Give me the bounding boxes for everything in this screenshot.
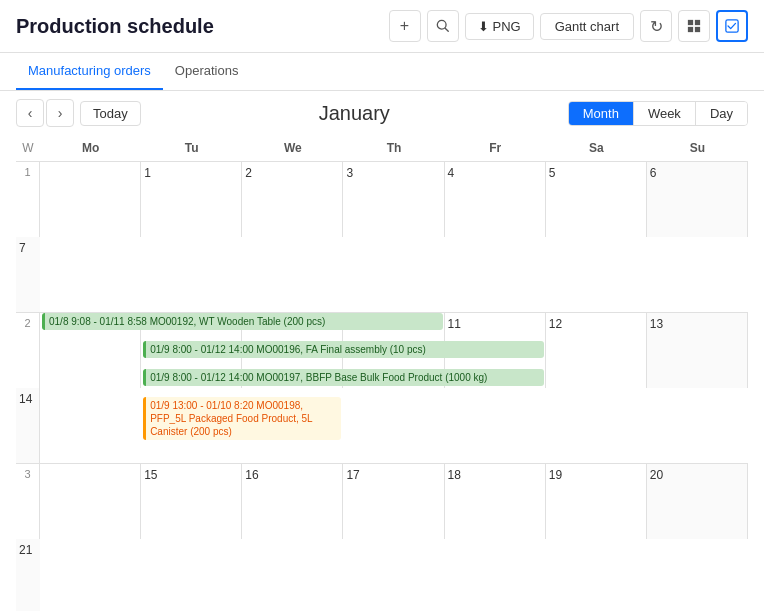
day-number: 14 bbox=[19, 392, 36, 406]
search-icon bbox=[436, 19, 450, 33]
next-button[interactable]: › bbox=[46, 99, 74, 127]
calendar-toolbar: ‹ › Today January Month Week Day bbox=[0, 91, 764, 135]
page-title: Production schedule bbox=[16, 15, 389, 38]
calendar-day-cell[interactable]: 3 bbox=[343, 162, 444, 237]
view-day-button[interactable]: Day bbox=[696, 102, 747, 125]
refresh-button[interactable]: ↻ bbox=[640, 10, 672, 42]
svg-rect-2 bbox=[688, 20, 693, 25]
calendar-grid: 11234567289101112131401/8 9:08 - 01/11 8… bbox=[16, 162, 748, 611]
day-number: 6 bbox=[650, 166, 744, 180]
calendar-day-cell[interactable]: 20 bbox=[647, 464, 748, 539]
tabs: Manufacturing orders Operations bbox=[0, 53, 764, 91]
calendar-month-title: January bbox=[141, 102, 568, 125]
day-number: 7 bbox=[19, 241, 37, 255]
calendar-day-cell[interactable]: 9 bbox=[242, 313, 343, 388]
calendar-day-cell[interactable]: 11 bbox=[445, 313, 546, 388]
header-fr: Fr bbox=[445, 135, 546, 161]
calendar-day-cell[interactable]: 7 bbox=[16, 237, 40, 312]
calendar-header: W Mo Tu We Th Fr Sa Su bbox=[16, 135, 748, 162]
check-icon bbox=[725, 19, 739, 33]
header-mo: Mo bbox=[40, 135, 141, 161]
header-actions: + ⬇ PNG Gantt chart ↻ bbox=[389, 10, 748, 42]
day-number: 18 bbox=[448, 468, 542, 482]
svg-rect-5 bbox=[695, 27, 700, 32]
table-icon bbox=[687, 19, 701, 33]
day-number: 16 bbox=[245, 468, 339, 482]
day-number: 11 bbox=[448, 317, 542, 331]
calendar-day-cell[interactable]: 14 bbox=[16, 388, 40, 463]
calendar-day-cell[interactable]: 6 bbox=[647, 162, 748, 237]
search-button[interactable] bbox=[427, 10, 459, 42]
export-png-button[interactable]: ⬇ PNG bbox=[465, 13, 534, 40]
png-icon: ⬇ bbox=[478, 19, 489, 34]
calendar-week-row: 289101112131401/8 9:08 - 01/11 8:58 MO00… bbox=[16, 313, 748, 464]
view-week-button[interactable]: Week bbox=[634, 102, 696, 125]
calendar-day-cell[interactable]: 1 bbox=[141, 162, 242, 237]
week-number: 2 bbox=[16, 313, 40, 388]
view-switcher: Month Week Day bbox=[568, 101, 748, 126]
day-number: 8 bbox=[144, 317, 238, 331]
day-number: 13 bbox=[650, 317, 744, 331]
header-sa: Sa bbox=[546, 135, 647, 161]
calendar-week-row: 315161718192021 bbox=[16, 464, 748, 611]
week-number: 1 bbox=[16, 162, 40, 237]
calendar-event[interactable]: 01/9 13:00 - 01/10 8:20 MO00198, PFP_5L … bbox=[143, 397, 341, 440]
svg-rect-4 bbox=[688, 27, 693, 32]
day-number: 3 bbox=[346, 166, 440, 180]
calendar-day-cell[interactable] bbox=[40, 464, 141, 539]
day-number: 2 bbox=[245, 166, 339, 180]
calendar-day-cell[interactable]: 17 bbox=[343, 464, 444, 539]
tab-manufacturing-orders[interactable]: Manufacturing orders bbox=[16, 53, 163, 90]
nav-buttons: ‹ › bbox=[16, 99, 74, 127]
calendar-day-cell[interactable]: 19 bbox=[546, 464, 647, 539]
day-number: 12 bbox=[549, 317, 643, 331]
calendar-day-cell[interactable]: 12 bbox=[546, 313, 647, 388]
gantt-chart-button[interactable]: Gantt chart bbox=[540, 13, 634, 40]
prev-button[interactable]: ‹ bbox=[16, 99, 44, 127]
svg-rect-3 bbox=[695, 20, 700, 25]
calendar-day-cell[interactable]: 2 bbox=[242, 162, 343, 237]
day-number: 10 bbox=[346, 317, 440, 331]
table-view-button[interactable] bbox=[678, 10, 710, 42]
calendar-day-cell[interactable]: 15 bbox=[141, 464, 242, 539]
svg-line-1 bbox=[445, 28, 448, 31]
calendar-day-cell[interactable]: 10 bbox=[343, 313, 444, 388]
calendar-day-cell[interactable] bbox=[40, 162, 141, 237]
checkbox-button[interactable] bbox=[716, 10, 748, 42]
view-month-button[interactable]: Month bbox=[569, 102, 634, 125]
week-col-header: W bbox=[16, 135, 40, 161]
week-number: 3 bbox=[16, 464, 40, 539]
day-number: 17 bbox=[346, 468, 440, 482]
today-button[interactable]: Today bbox=[80, 101, 141, 126]
day-number: 19 bbox=[549, 468, 643, 482]
calendar-grid-container: W Mo Tu We Th Fr Sa Su 11234567289101112… bbox=[0, 135, 764, 611]
header-th: Th bbox=[343, 135, 444, 161]
day-number: 20 bbox=[650, 468, 744, 482]
day-number: 9 bbox=[245, 317, 339, 331]
day-number: 21 bbox=[19, 543, 37, 557]
calendar-day-cell[interactable]: 4 bbox=[445, 162, 546, 237]
calendar-day-cell[interactable]: 13 bbox=[647, 313, 748, 388]
calendar-day-cell[interactable]: 8 bbox=[141, 313, 242, 388]
day-number: 15 bbox=[144, 468, 238, 482]
header-su: Su bbox=[647, 135, 748, 161]
add-button[interactable]: + bbox=[389, 10, 421, 42]
calendar-day-cell[interactable]: 5 bbox=[546, 162, 647, 237]
day-number: 4 bbox=[448, 166, 542, 180]
day-number: 5 bbox=[549, 166, 643, 180]
header-we: We bbox=[242, 135, 343, 161]
tab-operations[interactable]: Operations bbox=[163, 53, 251, 90]
calendar-day-cell[interactable]: 21 bbox=[16, 539, 40, 611]
calendar-day-cell[interactable] bbox=[40, 313, 141, 388]
calendar-week-row: 11234567 bbox=[16, 162, 748, 313]
day-number: 1 bbox=[144, 166, 238, 180]
calendar-day-cell[interactable]: 18 bbox=[445, 464, 546, 539]
header-tu: Tu bbox=[141, 135, 242, 161]
calendar-day-cell[interactable]: 16 bbox=[242, 464, 343, 539]
